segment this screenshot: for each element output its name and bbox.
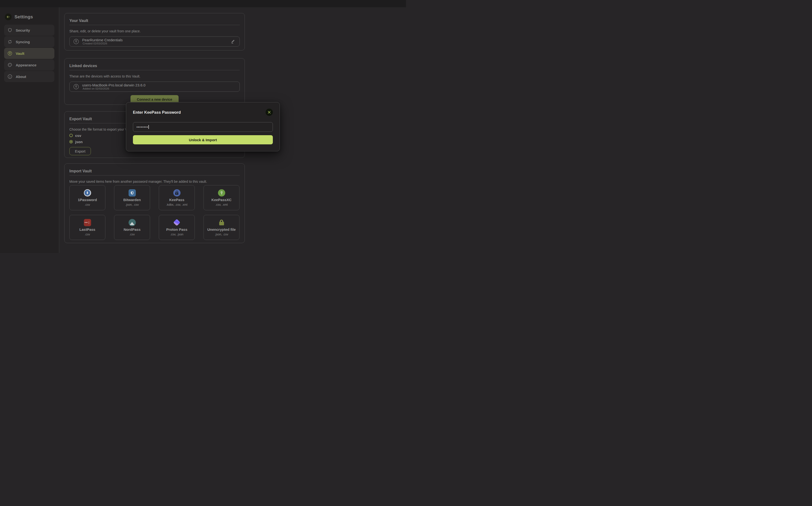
- nordpass-icon: [129, 219, 136, 226]
- sidebar-item-label: Appearance: [16, 63, 37, 67]
- bitwarden-icon: [129, 189, 136, 196]
- sidebar-item-vault[interactable]: Vault: [4, 48, 54, 59]
- shield-icon: [7, 28, 12, 32]
- sidebar-item-syncing[interactable]: Syncing: [4, 36, 54, 47]
- close-icon: [268, 110, 271, 114]
- tile-name: Unencrypted file: [207, 228, 236, 232]
- tile-formats: .json, .csv: [215, 233, 228, 236]
- import-tile-nordpass[interactable]: NordPass .csv: [114, 215, 150, 240]
- divider: [69, 25, 240, 25]
- text-caret: [148, 125, 149, 129]
- tile-formats: .json, .csv: [125, 203, 139, 206]
- your-vault-section: Your Vault Share, edit, or delete your v…: [64, 13, 245, 51]
- keepass-icon: [173, 189, 181, 196]
- device-name: users-MacBook-Pro.local darwin 23.6.0: [82, 83, 145, 87]
- edit-icon[interactable]: [230, 39, 235, 44]
- vault-row[interactable]: PearRuntime Credentials Created 02/03/20…: [69, 36, 240, 47]
- import-tile-keepass[interactable]: KeePass .kdbx, .csv, .xml: [159, 185, 195, 210]
- tile-name: NordPass: [124, 228, 140, 232]
- sidebar-item-label: Syncing: [16, 40, 30, 44]
- import-tile-keepassxc[interactable]: KeePassXC .csv, .xml: [203, 185, 240, 210]
- linked-devices-section: Linked devices These are the devices wit…: [64, 58, 245, 105]
- tile-name: LastPass: [79, 228, 95, 232]
- import-tile-unencrypted[interactable]: Unencrypted file .json, .csv: [203, 215, 240, 240]
- tile-name: KeePass: [169, 198, 184, 202]
- sidebar-item-label: Security: [16, 28, 30, 32]
- tile-name: KeePassXC: [211, 198, 231, 202]
- sidebar-item-label: Vault: [16, 52, 24, 56]
- keepass-password-dialog: Enter KeePass Password •••••••• Unlock &…: [126, 102, 280, 151]
- lastpass-icon: [84, 219, 91, 226]
- tile-formats: .kdbx, .csv, .xml: [166, 203, 188, 206]
- sidebar: Settings Security Syncing Vault Appearan…: [0, 7, 59, 253]
- section-description: Move your saved items here from another …: [69, 180, 240, 184]
- dialog-title: Enter KeePass Password: [133, 110, 181, 115]
- radio-icon-selected[interactable]: [69, 140, 73, 143]
- tile-formats: .csv, .xml: [215, 203, 228, 206]
- device-row: users-MacBook-Pro.local darwin 23.6.0 Ad…: [69, 82, 240, 92]
- import-tile-bitwarden[interactable]: Bitwarden .json, .csv: [114, 185, 150, 210]
- tile-formats: .csv: [129, 233, 135, 236]
- 1password-icon: [84, 189, 91, 196]
- radio-icon[interactable]: [69, 134, 73, 137]
- tile-name: 1Password: [78, 198, 97, 202]
- vault-key-icon: [7, 51, 12, 56]
- sidebar-item-security[interactable]: Security: [4, 25, 54, 36]
- radio-label: json: [75, 140, 83, 144]
- tile-formats: .csv: [84, 233, 90, 236]
- sidebar-item-label: About: [16, 75, 26, 79]
- arrow-left-icon: [6, 15, 10, 19]
- tile-formats: .csv, .json: [170, 233, 184, 236]
- device-added-date: Added on 02/03/2026: [83, 87, 145, 90]
- password-masked-value: ••••••••: [137, 125, 148, 129]
- key-icon: [73, 38, 79, 45]
- tile-name: Proton Pass: [166, 228, 188, 232]
- unlock-import-button[interactable]: Unlock & Import: [133, 135, 273, 144]
- section-description: These are the devices with access to thi…: [69, 74, 240, 78]
- sync-icon: [7, 39, 12, 44]
- import-tile-protonpass[interactable]: Proton Pass .csv, .json: [159, 215, 195, 240]
- key-icon: [73, 84, 79, 90]
- section-title: Your Vault: [69, 19, 240, 23]
- section-title: Import Vault: [69, 169, 240, 173]
- import-tile-grid: 1Password .csv Bitwarden .json, .csv Kee…: [69, 185, 240, 240]
- import-tile-1password[interactable]: 1Password .csv: [69, 185, 106, 210]
- back-button[interactable]: [5, 13, 12, 20]
- tile-name: Bitwarden: [123, 198, 141, 202]
- import-vault-section: Import Vault Move your saved items here …: [64, 163, 245, 243]
- radio-label: csv: [75, 134, 81, 138]
- section-title: Linked devices: [69, 64, 240, 68]
- sidebar-header: Settings: [5, 13, 59, 21]
- divider: [69, 70, 240, 70]
- page-title: Settings: [14, 14, 33, 19]
- info-icon: [7, 74, 12, 79]
- password-input[interactable]: ••••••••: [133, 122, 273, 132]
- export-button[interactable]: Export: [69, 147, 91, 155]
- vault-name: PearRuntime Credentials: [82, 38, 123, 42]
- lock-icon: [219, 220, 224, 225]
- sidebar-item-about[interactable]: About: [4, 71, 54, 82]
- palette-icon: [7, 63, 12, 67]
- section-description: Share, edit, or delete your vault from o…: [69, 29, 240, 33]
- import-tile-lastpass[interactable]: LastPass .csv: [69, 215, 106, 240]
- proton-pass-icon: [173, 219, 181, 226]
- window-titlebar: [0, 0, 406, 7]
- sidebar-item-appearance[interactable]: Appearance: [4, 59, 54, 71]
- vault-created-date: Created 02/03/2026: [83, 42, 123, 45]
- close-button[interactable]: [266, 109, 273, 116]
- tile-formats: .csv: [84, 203, 90, 206]
- keepassxc-icon: [218, 189, 225, 196]
